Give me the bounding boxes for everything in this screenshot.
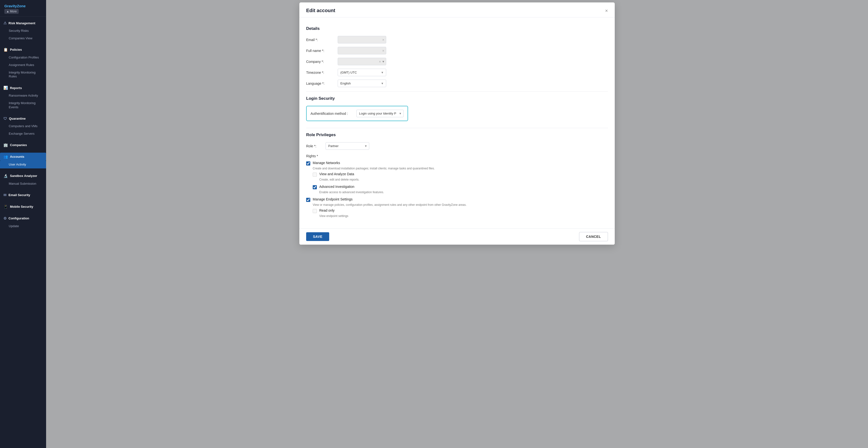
advanced-investigation-title: Advanced Investigation <box>319 185 354 188</box>
read-only-checkbox-wrap <box>313 209 317 214</box>
sidebar-item-email-security[interactable]: ✉ Email Security <box>0 191 46 199</box>
sidebar-item-user-activity[interactable]: User Activity <box>0 161 46 169</box>
sidebar-section-label: Companies <box>10 143 27 147</box>
timezone-row: Timezone *: (GMT) UTC ▼ <box>306 69 608 76</box>
advanced-investigation-checkbox-wrap <box>313 185 317 190</box>
sidebar-section-policies: 📋 Policies Configuration Profiles Assign… <box>0 43 46 82</box>
sidebar-item-accounts[interactable]: 👥 Accounts <box>0 153 46 161</box>
email-input-wrap: × <box>338 36 386 43</box>
timezone-select[interactable]: (GMT) UTC <box>338 69 386 76</box>
role-row: Role *: Partner Administrator Viewer ▼ <box>306 142 608 150</box>
rights-item-read-only: Read only View endpoint settings <box>313 208 608 218</box>
manage-endpoint-header: Manage Endpoint Settings <box>306 197 608 203</box>
login-security-heading: Login Security <box>306 96 608 101</box>
manage-networks-checkbox[interactable] <box>306 161 310 166</box>
role-select[interactable]: Partner Administrator Viewer <box>326 142 369 150</box>
manage-networks-desc: Create and download installation package… <box>306 167 608 170</box>
email-clear-button[interactable]: × <box>382 38 384 41</box>
details-divider <box>306 91 608 92</box>
modal-close-button[interactable]: × <box>605 8 608 13</box>
manage-endpoint-checkbox[interactable] <box>306 198 310 202</box>
modal-title: Edit account <box>306 8 335 13</box>
read-only-desc: View endpoint settings <box>313 214 608 218</box>
advanced-investigation-checkbox[interactable] <box>313 185 317 189</box>
view-analyze-checkbox[interactable] <box>313 173 317 177</box>
sidebar-section-label: Configuration <box>8 216 29 220</box>
sidebar-item-assignment-rules[interactable]: Assignment Rules <box>0 61 46 69</box>
timezone-select-wrap: (GMT) UTC ▼ <box>338 69 386 76</box>
sidebar-item-integrity-monitoring-rules[interactable]: Integrity Monitoring Rules <box>0 69 46 81</box>
cancel-button[interactable]: CANCEL <box>579 232 608 241</box>
company-dropdown-icon: ▼ <box>382 60 385 63</box>
read-only-checkbox[interactable] <box>313 209 317 213</box>
save-button[interactable]: SAVE <box>306 232 329 241</box>
auth-select-wrap: Login using your Identity Provid... Logi… <box>356 110 404 117</box>
view-analyze-title: View and Analyze Data <box>319 172 354 176</box>
manage-networks-title: Manage Networks <box>313 161 340 165</box>
language-select[interactable]: English <box>338 80 386 87</box>
sidebar-item-policies[interactable]: 📋 Policies <box>0 46 46 54</box>
sidebar-section-accounts: 👥 Accounts User Activity <box>0 150 46 170</box>
main-area: Edit account × Details Email *: × Full <box>46 0 868 448</box>
sidebar-section-companies: 🏢 Companies <box>0 139 46 150</box>
language-label: Language *: <box>306 82 338 85</box>
manage-endpoint-checkbox-wrap <box>306 198 310 203</box>
mobile-security-icon: 📱 <box>3 205 8 209</box>
companies-icon: 🏢 <box>3 143 8 147</box>
sidebar-item-companies-view[interactable]: Companies View <box>0 35 46 42</box>
sidebar-item-mobile-security[interactable]: 📱 Mobile Security <box>0 203 46 211</box>
login-security-divider <box>306 128 608 128</box>
sidebar-item-integrity-monitoring-events[interactable]: Integrity Monitoring Events <box>0 99 46 111</box>
sidebar-section-label: Quarantine <box>9 117 26 120</box>
view-analyze-text: View and Analyze Data <box>319 172 354 176</box>
timezone-label: Timezone *: <box>306 71 338 74</box>
email-label: Email *: <box>306 38 338 42</box>
sidebar-item-security-risks[interactable]: Security Risks <box>0 27 46 35</box>
tag-more-button[interactable]: ▲ More <box>4 9 19 14</box>
fullname-input-wrap: × <box>338 47 386 54</box>
configuration-icon: ⚙ <box>3 216 6 220</box>
company-label: Company *: <box>306 60 338 64</box>
auth-method-select[interactable]: Login using your Identity Provid... Logi… <box>356 110 404 117</box>
sidebar-item-sandbox-analyzer[interactable]: 🔬 Sandbox Analyzer <box>0 172 46 180</box>
language-select-wrap: English ▼ <box>338 80 386 87</box>
sidebar-item-manual-submission[interactable]: Manual Submission <box>0 180 46 188</box>
fullname-row: Full name *: × <box>306 47 608 54</box>
sidebar-section-label: Risk Management <box>8 21 35 25</box>
sidebar-logo: GravityZone ▲ More <box>0 0 46 17</box>
reports-icon: 📊 <box>3 86 8 90</box>
sidebar-section-email-security: ✉ Email Security <box>0 188 46 200</box>
sidebar-item-risk-management[interactable]: ⚠ Risk Management <box>0 19 46 27</box>
fullname-input[interactable] <box>338 47 386 54</box>
email-security-icon: ✉ <box>3 193 6 197</box>
manage-endpoint-title: Manage Endpoint Settings <box>313 197 352 201</box>
language-row: Language *: English ▼ <box>306 80 608 87</box>
email-row: Email *: × <box>306 36 608 43</box>
sidebar-item-computers-and-vms[interactable]: Computers and VMs <box>0 123 46 130</box>
sidebar-section-configuration: ⚙ Configuration Update <box>0 212 46 231</box>
sidebar-item-reports[interactable]: 📊 Reports <box>0 84 46 92</box>
company-clear-button[interactable]: × <box>379 60 381 63</box>
sidebar-item-update[interactable]: Update <box>0 222 46 230</box>
advanced-investigation-desc: Enable access to advanced investigation … <box>313 190 608 194</box>
manage-networks-header: Manage Networks <box>306 161 608 166</box>
sidebar-item-ransomware-activity[interactable]: Ransomware Activity <box>0 92 46 99</box>
role-label: Role *: <box>306 144 326 148</box>
email-input[interactable] <box>338 36 386 43</box>
manage-endpoint-text: Manage Endpoint Settings <box>313 197 352 201</box>
sidebar-item-configuration-profiles[interactable]: Configuration Profiles <box>0 54 46 61</box>
sidebar-section-quarantine: 🛡 Quarantine Computers and VMs Exchange … <box>0 112 46 139</box>
sidebar-section-label: Reports <box>10 86 22 90</box>
manage-endpoint-desc: View or manage policies, configuration p… <box>306 203 608 207</box>
sidebar-item-exchange-servers[interactable]: Exchange Servers <box>0 130 46 138</box>
role-select-wrap: Partner Administrator Viewer ▼ <box>326 142 369 150</box>
sidebar-item-configuration[interactable]: ⚙ Configuration <box>0 214 46 222</box>
sidebar-item-companies[interactable]: 🏢 Companies <box>0 141 46 149</box>
sidebar-section-label: Policies <box>10 48 22 52</box>
rights-label: Rights * <box>306 154 608 158</box>
fullname-clear-button[interactable]: × <box>382 49 384 53</box>
sidebar-item-quarantine[interactable]: 🛡 Quarantine <box>0 115 46 123</box>
modal-header: Edit account × <box>299 2 615 18</box>
sidebar-section-label: Mobile Security <box>10 205 33 208</box>
view-analyze-desc: Create, edit and delete reports. <box>313 178 608 181</box>
